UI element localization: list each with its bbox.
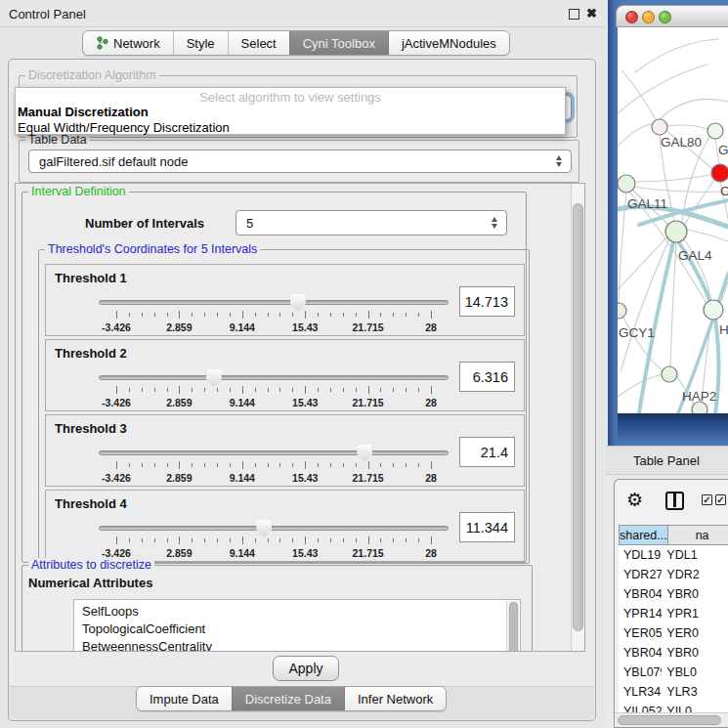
slider-thumb[interactable]	[206, 369, 222, 387]
split-columns-icon[interactable]	[665, 492, 684, 510]
table-cell[interactable]: YPR1	[662, 604, 728, 623]
table-cell[interactable]: YDL19...	[619, 545, 662, 565]
tick-mark	[279, 388, 280, 392]
network-edge	[618, 374, 663, 397]
threshold-value-field[interactable]	[459, 512, 515, 542]
table-cell[interactable]: YPR145W	[619, 604, 662, 623]
network-node[interactable]	[662, 366, 677, 382]
slider-thumb[interactable]	[290, 294, 306, 312]
network-edge	[687, 230, 728, 241]
tab-impute-data[interactable]: Impute Data	[137, 687, 232, 710]
dropdown-option-manual[interactable]: Manual Discretization	[18, 105, 149, 119]
slider-tick-labels: -3.4262.8599.14415.4321.71528	[116, 397, 431, 408]
network-node[interactable]	[618, 303, 626, 319]
table-cell[interactable]: YER054C	[619, 623, 662, 643]
tick-mark	[255, 538, 256, 542]
table-cell[interactable]: YDR27...	[619, 565, 662, 584]
column-header-na[interactable]: na	[668, 525, 728, 545]
apply-button[interactable]: Apply	[273, 656, 339, 681]
network-node[interactable]	[665, 221, 687, 242]
table-row[interactable]: YLR345WYLR3	[619, 682, 728, 702]
tab-network[interactable]: Network	[83, 31, 173, 55]
network-node[interactable]	[711, 164, 728, 182]
dropdown-hint: Select algorithm to view settings	[16, 90, 565, 105]
attribute-item-topologicalcoefficient[interactable]: TopologicalCoefficient	[82, 621, 520, 638]
gear-icon[interactable]: ⚙	[626, 491, 643, 510]
table-cell[interactable]: YER0	[662, 623, 728, 643]
table-data-combobox[interactable]: galFiltered.sif default node	[28, 150, 572, 173]
table-row[interactable]: YPR145WYPR1	[619, 604, 728, 623]
table-header-row: shared...na	[619, 525, 728, 545]
threshold-slider[interactable]: -3.4262.8599.14415.4321.71528	[99, 298, 449, 333]
slider-track[interactable]	[99, 300, 449, 305]
close-traffic-light-icon[interactable]	[625, 11, 638, 23]
tick-label: 15.43	[292, 321, 318, 333]
table-cell[interactable]: YBL0	[662, 663, 728, 682]
numerical-attributes-list[interactable]: SelfLoopsTopologicalCoefficientBetweenne…	[73, 599, 521, 652]
threshold-value-field[interactable]	[459, 437, 515, 467]
group-title-interval-definition: Interval Definition	[28, 185, 129, 198]
slider-tick-labels: -3.4262.8599.14415.4321.71528	[116, 321, 431, 333]
tab-select[interactable]: Select	[228, 31, 289, 55]
threshold-slider[interactable]: -3.4262.8599.14415.4321.71528	[99, 524, 449, 559]
scrollbar-thumb[interactable]	[573, 203, 583, 631]
close-icon[interactable]: ✖	[585, 7, 598, 20]
table-cell[interactable]: YBR043C	[619, 584, 662, 604]
checkbox-icon[interactable]: ✓	[715, 494, 726, 505]
attribute-item-betweennesscentrality[interactable]: BetweennessCentrality	[82, 638, 520, 652]
network-node[interactable]	[707, 123, 723, 139]
tick-mark	[356, 388, 357, 392]
table-cell[interactable]: YBR0	[662, 584, 728, 604]
table-cell[interactable]: YBL079W	[619, 663, 662, 682]
network-edge	[633, 187, 728, 192]
network-node[interactable]	[618, 175, 635, 193]
tab-cyni-toolbox[interactable]: Cyni Toolbox	[289, 31, 388, 55]
dropdown-option-equal-width[interactable]: Equal Width/Frequency Discretization	[18, 120, 230, 135]
slider-thumb[interactable]	[357, 445, 372, 462]
scrollbar-thumb[interactable]	[509, 602, 518, 652]
float-window-icon[interactable]	[569, 9, 579, 20]
checkbox-icon[interactable]: ✓	[702, 494, 712, 505]
threshold-slider[interactable]: -3.4262.8599.14415.4321.71528	[99, 449, 449, 484]
tab-jactivemnodules[interactable]: jActiveMNodules	[388, 31, 509, 55]
slider-track[interactable]	[99, 526, 449, 531]
table-horizontal-scrollbar[interactable]	[615, 712, 728, 727]
table-cell[interactable]: YLR3	[662, 682, 728, 702]
table-row[interactable]: YBL079WYBL0	[619, 663, 728, 682]
slider-track[interactable]	[99, 450, 449, 455]
table-row[interactable]: YDL19...YDL1	[619, 545, 728, 565]
threshold-slider[interactable]: -3.4262.8599.14415.4321.71528	[99, 373, 449, 408]
table-row[interactable]: YDR27...YDR2	[619, 565, 728, 584]
column-header-shared-[interactable]: shared...	[619, 525, 668, 545]
minimize-traffic-light-icon[interactable]	[642, 11, 655, 23]
attribute-item-selfloops[interactable]: SelfLoops	[82, 603, 520, 621]
threshold-value-field[interactable]	[459, 286, 515, 317]
table-cell[interactable]: YDR2	[662, 565, 728, 584]
table-row[interactable]: YBR045CYBR0	[619, 643, 728, 663]
tick-label: 21.715	[353, 472, 384, 484]
table-cell[interactable]: YLR345W	[619, 682, 662, 702]
table-panel-titlebar: Table Panel	[606, 446, 728, 475]
zoom-traffic-light-icon[interactable]	[659, 11, 671, 23]
network-node[interactable]	[652, 119, 667, 135]
attributes-list-scrollbar[interactable]	[506, 601, 519, 652]
settings-vertical-scrollbar[interactable]	[571, 184, 584, 651]
tab-style[interactable]: Style	[173, 31, 228, 55]
slider-thumb[interactable]	[256, 520, 272, 537]
table-row[interactable]: YER054CYER0	[619, 623, 728, 643]
table-row[interactable]: YBR043CYBR0	[619, 584, 728, 604]
threshold-label: Threshold 1	[55, 271, 127, 285]
table-cell[interactable]: YDL1	[662, 545, 728, 565]
slider-track[interactable]	[99, 375, 449, 380]
scrollbar-thumb[interactable]	[618, 715, 721, 725]
table-cell[interactable]: YBR045C	[619, 643, 662, 663]
network-canvas[interactable]: GAL80GACGAL11GAL4GCY1HAHAP2	[618, 27, 728, 413]
table-cell[interactable]: YBR0	[662, 643, 728, 663]
network-node[interactable]	[704, 300, 723, 320]
tick-mark	[217, 388, 218, 392]
tab-discretize-data[interactable]: Discretize Data	[232, 687, 344, 710]
tab-infer-network[interactable]: Infer Network	[344, 687, 446, 710]
number-of-intervals-combobox[interactable]: 5	[236, 210, 507, 236]
tick-mark	[242, 461, 243, 469]
threshold-value-field[interactable]	[459, 362, 515, 392]
